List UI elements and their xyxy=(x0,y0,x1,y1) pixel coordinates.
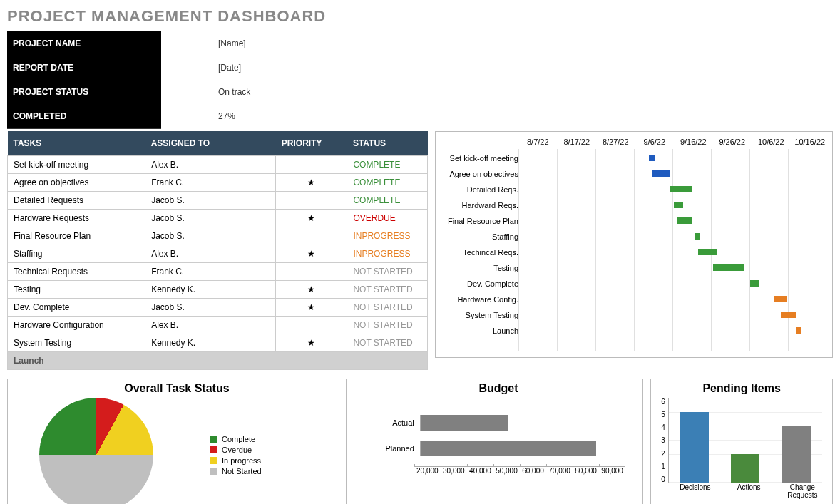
task-priority[interactable] xyxy=(276,227,347,245)
budget-tick: 40,000 xyxy=(467,467,493,475)
gantt-bar xyxy=(652,170,671,177)
gantt-label: Staffing xyxy=(439,232,524,241)
col-tasks[interactable]: TASKS xyxy=(8,131,145,156)
pending-xlabel: Actions xyxy=(722,483,775,499)
report-date-value: [Date] xyxy=(161,63,241,73)
gantt-chart: 8/7/228/17/228/27/229/6/229/16/229/26/22… xyxy=(435,131,833,358)
gantt-bar xyxy=(713,264,744,271)
task-status[interactable]: NOT STARTED xyxy=(347,299,428,317)
pie-title: Overall Task Status xyxy=(11,382,343,395)
gantt-date: 8/7/22 xyxy=(518,138,558,146)
task-status[interactable]: COMPLETE xyxy=(347,192,428,210)
legend-item: Complete xyxy=(210,435,262,443)
task-name[interactable]: Hardware Requests xyxy=(8,210,145,227)
task-status[interactable]: INPROGRESS xyxy=(347,227,428,245)
budget-chart: Budget Actual Planned 20,00030,00040,000… xyxy=(354,379,643,504)
budget-tick: 80,000 xyxy=(573,467,599,475)
gantt-date: 10/6/22 xyxy=(752,138,791,146)
pie-graphic xyxy=(39,398,153,504)
task-priority[interactable] xyxy=(276,263,347,281)
gantt-bar xyxy=(698,249,717,255)
task-status[interactable]: NOT STARTED xyxy=(347,263,428,281)
task-name[interactable]: Testing xyxy=(8,281,145,299)
report-date-label: REPORT DATE xyxy=(7,56,161,81)
gantt-label: Agree on objectives xyxy=(439,170,524,178)
task-priority[interactable] xyxy=(276,317,347,334)
task-assigned[interactable]: Jacob S. xyxy=(145,210,276,227)
task-status[interactable]: COMPLETE xyxy=(347,156,428,174)
task-name[interactable]: Detailed Requests xyxy=(8,192,145,210)
task-assigned[interactable]: Jacob S. xyxy=(145,299,276,317)
task-status[interactable]: INPROGRESS xyxy=(347,245,428,263)
task-priority[interactable]: ★ xyxy=(276,210,347,227)
task-status[interactable]: COMPLETE xyxy=(347,174,428,192)
pending-bar xyxy=(731,454,759,483)
pending-title: Pending Items xyxy=(654,382,829,395)
gantt-label: Final Resource Plan xyxy=(439,217,524,225)
launch-row: Launch xyxy=(8,352,428,370)
task-status[interactable]: NOT STARTED xyxy=(347,334,428,352)
gantt-bar xyxy=(674,202,683,208)
task-assigned[interactable]: Alex B. xyxy=(145,317,276,334)
gantt-bar xyxy=(781,312,796,318)
pending-bar xyxy=(680,412,709,483)
task-priority[interactable] xyxy=(276,192,347,210)
task-priority[interactable]: ★ xyxy=(276,299,347,317)
task-assigned[interactable]: Jacob S. xyxy=(145,192,276,210)
task-assigned[interactable]: Kennedy K. xyxy=(145,281,276,299)
task-name[interactable]: Staffing xyxy=(8,245,145,263)
gantt-bar xyxy=(670,186,692,192)
completed-label: COMPLETED xyxy=(7,104,161,129)
task-status[interactable]: NOT STARTED xyxy=(347,281,428,299)
task-assigned[interactable]: Frank C. xyxy=(145,263,276,281)
task-status[interactable]: OVERDUE xyxy=(347,210,428,227)
task-table: TASKS ASSIGNED TO PRIORITY STATUS Set ki… xyxy=(7,131,428,370)
task-assigned[interactable]: Frank C. xyxy=(145,174,276,192)
gantt-bar xyxy=(796,327,802,334)
task-priority[interactable]: ★ xyxy=(276,281,347,299)
budget-tick: 30,000 xyxy=(441,467,467,475)
gantt-label: System Testing xyxy=(439,311,524,319)
task-name[interactable]: Dev. Complete xyxy=(8,299,145,317)
project-status-value: On track xyxy=(161,87,250,97)
col-priority[interactable]: PRIORITY xyxy=(276,131,347,156)
gantt-label: Testing xyxy=(439,264,524,272)
gantt-date: 8/17/22 xyxy=(558,138,597,146)
task-assigned[interactable]: Alex B. xyxy=(145,156,276,174)
task-assigned[interactable]: Jacob S. xyxy=(145,227,276,245)
gantt-bar xyxy=(750,280,759,287)
task-name[interactable]: System Testing xyxy=(8,334,145,352)
task-priority[interactable]: ★ xyxy=(276,245,347,263)
task-name[interactable]: Hardware Configuration xyxy=(8,317,145,334)
gantt-label: Launch xyxy=(439,326,524,335)
pending-bar xyxy=(782,426,811,483)
legend-item: Overdue xyxy=(210,446,262,454)
pending-xlabel: Decisions xyxy=(668,483,722,499)
gantt-label: Detailed Reqs. xyxy=(439,185,524,194)
task-name[interactable]: Agree on objectives xyxy=(8,174,145,192)
gantt-label: Hardware Config. xyxy=(439,295,524,304)
task-name[interactable]: Technical Requests xyxy=(8,263,145,281)
gantt-date: 8/27/22 xyxy=(596,138,635,146)
gantt-bar xyxy=(649,155,655,161)
task-assigned[interactable]: Alex B. xyxy=(145,245,276,263)
project-status-label: PROJECT STATUS xyxy=(7,80,161,105)
task-priority[interactable] xyxy=(276,156,347,174)
budget-tick: 70,000 xyxy=(546,467,573,475)
budget-tick: 50,000 xyxy=(493,467,520,475)
gantt-label: Set kick-off meeting xyxy=(439,154,524,163)
budget-label: Actual xyxy=(372,418,420,427)
gantt-label: Dev. Complete xyxy=(439,279,524,288)
task-priority[interactable]: ★ xyxy=(276,174,347,192)
col-assigned[interactable]: ASSIGNED TO xyxy=(145,131,276,156)
task-assigned[interactable]: Kennedy K. xyxy=(145,334,276,352)
task-name[interactable]: Set kick-off meeting xyxy=(8,156,145,174)
task-priority[interactable]: ★ xyxy=(276,334,347,352)
task-status[interactable]: NOT STARTED xyxy=(347,317,428,334)
task-name[interactable]: Final Resource Plan xyxy=(8,227,145,245)
overall-status-chart: Overall Task Status CompleteOverdueIn pr… xyxy=(7,379,347,504)
col-status[interactable]: STATUS xyxy=(347,131,428,156)
legend-item: In progress xyxy=(210,456,262,465)
budget-tick: 60,000 xyxy=(520,467,546,475)
budget-label: Planned xyxy=(372,444,420,453)
